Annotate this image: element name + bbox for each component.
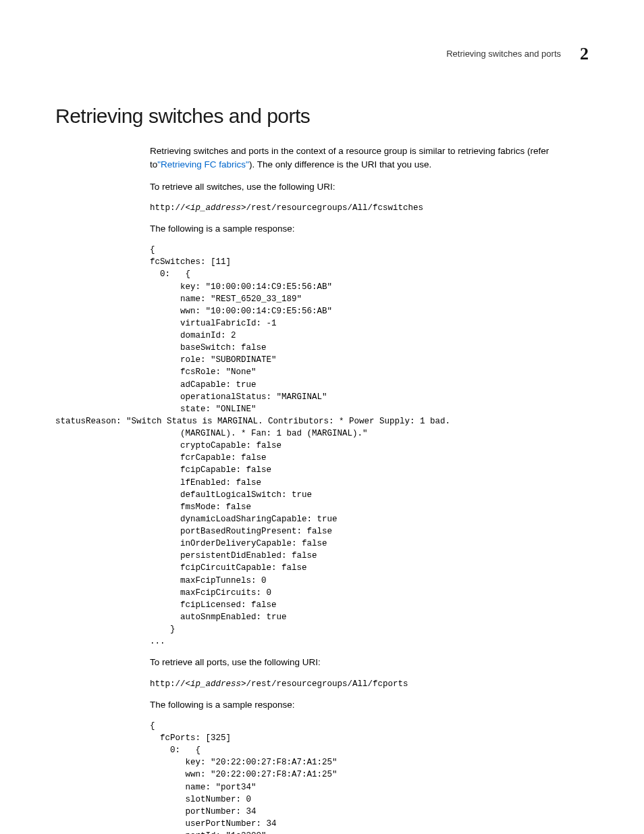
uri-pre-2: http:// bbox=[150, 679, 186, 689]
running-head-title: Retrieving switches and ports bbox=[446, 47, 561, 61]
switches-uri-label: To retrieve all switches, use the follow… bbox=[150, 180, 589, 194]
uri-var: <ip_address> bbox=[186, 203, 246, 213]
uri-var-2: <ip_address> bbox=[186, 679, 246, 689]
code-switches-b: (MARGINAL). * Fan: 1 bad (MARGINAL)." cr… bbox=[150, 427, 589, 648]
intro-text-post: ). The only difference is the URI that y… bbox=[249, 159, 431, 170]
page: Retrieving switches and ports 2 Retrievi… bbox=[0, 0, 644, 834]
code-switches-status: statusReason: "Switch Status is MARGINAL… bbox=[55, 415, 589, 427]
uri-pre: http:// bbox=[150, 203, 186, 213]
link-retrieving-fc-fabrics[interactable]: "Retrieving FC fabrics" bbox=[157, 159, 249, 170]
chapter-number: 2 bbox=[580, 41, 589, 67]
ports-uri: http://<ip_address>/rest/resourcegroups/… bbox=[150, 678, 589, 690]
ports-uri-label: To retrieve all ports, use the following… bbox=[150, 656, 589, 669]
uri-post-2: /rest/resourcegroups/All/fcports bbox=[246, 679, 408, 689]
switches-uri: http://<ip_address>/rest/resourcegroups/… bbox=[150, 202, 589, 214]
page-title: Retrieving switches and ports bbox=[55, 101, 589, 131]
sample-response-label-1: The following is a sample response: bbox=[150, 222, 589, 236]
code-switches-a: { fcSwitches: [11] 0: { key: "10:00:00:1… bbox=[150, 244, 589, 415]
content: Retrieving switches and ports in the con… bbox=[150, 145, 589, 834]
intro-paragraph: Retrieving switches and ports in the con… bbox=[150, 145, 589, 172]
sample-response-label-2: The following is a sample response: bbox=[150, 698, 589, 712]
uri-post: /rest/resourcegroups/All/fcswitches bbox=[246, 203, 424, 213]
running-head: Retrieving switches and ports 2 bbox=[55, 41, 589, 67]
code-ports: { fcPorts: [325] 0: { key: "20:22:00:27:… bbox=[150, 720, 589, 834]
